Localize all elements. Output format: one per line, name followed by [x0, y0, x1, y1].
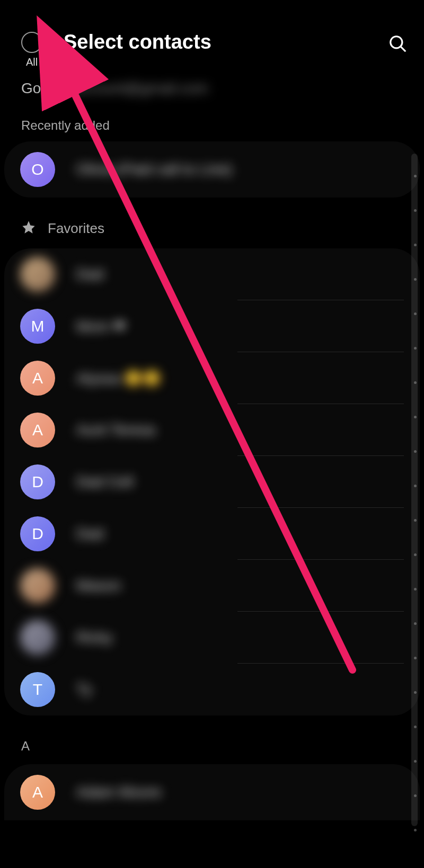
alpha-group-a: AAdam Moore — [4, 764, 420, 820]
avatar: O — [20, 152, 55, 187]
avatar — [20, 620, 55, 655]
avatar: T — [20, 672, 55, 707]
svg-point-0 — [391, 37, 402, 48]
contact-row-favorite[interactable]: Ricky — [4, 612, 420, 664]
avatar: A — [20, 361, 55, 396]
avatar: M — [20, 309, 55, 344]
avatar — [20, 568, 55, 603]
avatar: A — [20, 775, 55, 810]
contact-name: Mom ❤ — [76, 318, 126, 335]
contact-name: Dad — [76, 525, 103, 542]
contact-name: Olivia (Paid call to Line) — [76, 161, 232, 178]
contact-name: Aunt Teresa — [76, 422, 155, 439]
avatar: D — [20, 464, 55, 499]
contact-name: Adam Moore — [76, 784, 161, 801]
page-title: Select contacts — [64, 31, 388, 53]
account-row[interactable]: Google account@gmail.com — [0, 74, 424, 113]
alpha-index-dots[interactable] — [414, 175, 417, 831]
contact-name: Ricky — [76, 629, 112, 646]
contact-row-favorite[interactable]: Mason — [4, 560, 420, 612]
favorites-label: Favorites — [48, 220, 104, 237]
avatar — [20, 257, 55, 292]
select-all-button[interactable]: All — [21, 32, 42, 68]
contact-name: Mason — [76, 577, 121, 594]
avatar: A — [20, 413, 55, 448]
select-all-checkbox[interactable] — [21, 32, 42, 53]
search-button[interactable] — [388, 34, 408, 56]
select-all-label: All — [26, 56, 38, 68]
alpha-letter-header: A — [0, 726, 424, 764]
contact-row-recent[interactable]: O Olivia (Paid call to Line) — [4, 141, 420, 198]
contact-row-favorite[interactable]: DDad Cell — [4, 456, 420, 508]
avatar: D — [20, 516, 55, 551]
account-provider: Google — [21, 80, 69, 97]
recent-group: O Olivia (Paid call to Line) — [4, 141, 420, 198]
contact-name: Ty — [76, 681, 92, 698]
contact-name: Alyssa 😊😊 — [76, 370, 161, 387]
section-label-recent: Recently added — [0, 113, 424, 141]
contact-row-favorite[interactable]: AAunt Teresa — [4, 404, 420, 456]
contact-row-favorite[interactable]: MMom ❤ — [4, 300, 420, 352]
search-icon — [388, 34, 408, 54]
favorites-header: Favorites — [0, 208, 424, 248]
contact-name: Dad Cell — [76, 473, 133, 490]
contact-row-alpha[interactable]: AAdam Moore — [4, 764, 420, 820]
favorites-group: DadMMom ❤AAlyssa 😊😊AAunt TeresaDDad Cell… — [4, 248, 420, 715]
svg-line-1 — [401, 47, 406, 52]
account-email: account@gmail.com — [73, 80, 208, 97]
contact-row-favorite[interactable]: AAlyssa 😊😊 — [4, 352, 420, 404]
contact-row-favorite[interactable]: TTy — [4, 664, 420, 715]
header-bar: All Select contacts — [0, 0, 424, 74]
contact-row-favorite[interactable]: Dad — [4, 248, 420, 300]
star-icon — [21, 220, 36, 237]
contact-name: Dad — [76, 266, 103, 283]
contact-row-favorite[interactable]: DDad — [4, 508, 420, 560]
